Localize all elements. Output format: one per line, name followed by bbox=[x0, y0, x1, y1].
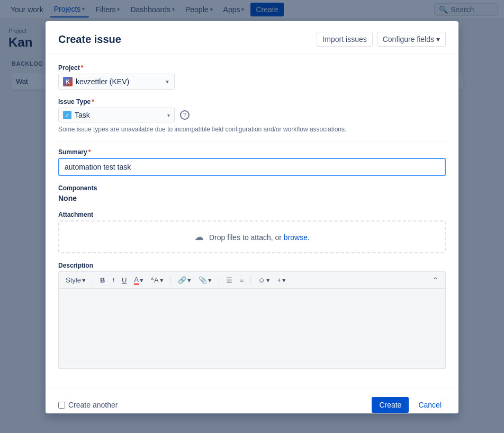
chevron-down-icon: ▾ bbox=[140, 276, 143, 284]
bullet-list-button[interactable]: ☰ bbox=[223, 275, 235, 286]
bullet-list-icon: ☰ bbox=[226, 276, 232, 284]
upload-icon: ☁ bbox=[194, 231, 204, 243]
summary-input[interactable] bbox=[58, 158, 446, 176]
configure-fields-button[interactable]: Configure fields ▾ bbox=[377, 32, 446, 47]
project-name: kevzettler (KEV) bbox=[76, 77, 161, 86]
required-indicator: * bbox=[92, 98, 94, 105]
issue-type-warning: Some issue types are unavailable due to … bbox=[58, 126, 446, 133]
chevron-down-icon: ▾ bbox=[82, 276, 86, 284]
editor-toolbar: Style ▾ B I U A ▾ ᴬA ▾ bbox=[59, 272, 445, 289]
chevron-down-icon: ▾ bbox=[187, 276, 191, 284]
attachment-field-group: Attachment ☁ Drop files to attach, or br… bbox=[58, 211, 446, 253]
summary-field-group: Summary * bbox=[58, 148, 446, 176]
create-issue-modal: Create issue Import issues Configure fie… bbox=[46, 21, 458, 413]
cancel-button[interactable]: Cancel bbox=[414, 397, 446, 413]
toolbar-separator bbox=[170, 276, 171, 285]
modal-footer: Create another Create Cancel bbox=[46, 388, 458, 413]
attachment-dropzone[interactable]: ☁ Drop files to attach, or browse. bbox=[58, 220, 446, 253]
emoji-icon: ☺ bbox=[258, 276, 265, 284]
divider bbox=[58, 142, 446, 142]
link-button[interactable]: 🔗 ▾ bbox=[175, 275, 194, 286]
issue-type-select[interactable]: ✓ Task ▾ bbox=[58, 108, 175, 122]
attachment-button[interactable]: 📎 ▾ bbox=[196, 275, 214, 286]
toolbar-separator bbox=[250, 276, 251, 285]
project-field-group: Project * K kevzettler (KEV) ▼ bbox=[58, 64, 446, 90]
description-editor: Style ▾ B I U A ▾ ᴬA ▾ bbox=[58, 271, 446, 369]
dropdown-arrow-icon: ▼ bbox=[165, 79, 170, 85]
chevron-down-icon: ▾ bbox=[160, 276, 164, 284]
chevron-down-icon: ▾ bbox=[282, 276, 286, 284]
project-select[interactable]: K kevzettler (KEV) ▼ bbox=[58, 74, 175, 90]
components-field-group: Components None bbox=[58, 184, 446, 202]
description-field-group: Description Style ▾ B I U A ▾ bbox=[58, 262, 446, 369]
modal-header-actions: Import issues Configure fields ▾ bbox=[317, 32, 446, 47]
ordered-list-icon: ≡ bbox=[240, 276, 244, 284]
text-color-button[interactable]: A ▾ bbox=[131, 274, 146, 286]
chevron-down-icon: ▾ bbox=[167, 112, 170, 118]
chevron-down-icon: ▾ bbox=[436, 35, 440, 43]
attachment-label: Attachment bbox=[58, 211, 446, 218]
more-button[interactable]: + ▾ bbox=[275, 275, 289, 286]
create-button[interactable]: Create bbox=[372, 397, 409, 413]
required-indicator: * bbox=[88, 148, 91, 156]
link-icon: 🔗 bbox=[178, 276, 186, 284]
toolbar-separator bbox=[219, 276, 219, 285]
toolbar-separator bbox=[93, 276, 93, 285]
issue-type-row: ✓ Task ▾ ? bbox=[58, 108, 446, 122]
project-label: Project * bbox=[58, 64, 446, 72]
task-icon: ✓ bbox=[63, 111, 71, 119]
italic-button[interactable]: I bbox=[110, 275, 117, 286]
chevron-down-icon: ▾ bbox=[208, 276, 212, 284]
style-button[interactable]: Style ▾ bbox=[63, 275, 88, 286]
ordered-list-button[interactable]: ≡ bbox=[237, 275, 247, 286]
collapse-icon: ⌃ bbox=[433, 276, 438, 284]
collapse-button[interactable]: ⌃ bbox=[430, 275, 441, 286]
bold-button[interactable]: B bbox=[97, 275, 107, 286]
issue-type-value: Task bbox=[75, 111, 164, 119]
browse-link[interactable]: browse. bbox=[284, 233, 310, 242]
underline-button[interactable]: U bbox=[119, 275, 129, 286]
issue-type-field-group: Issue Type * ✓ Task ▾ ? Some issue types… bbox=[58, 98, 446, 133]
components-label: Components bbox=[58, 184, 446, 192]
modal-overlay: Create issue Import issues Configure fie… bbox=[0, 0, 504, 433]
create-another-checkbox[interactable] bbox=[58, 402, 65, 409]
required-indicator: * bbox=[81, 64, 84, 72]
description-label: Description bbox=[58, 262, 446, 269]
create-another-label[interactable]: Create another bbox=[68, 401, 118, 409]
attachment-icon: 📎 bbox=[199, 276, 207, 284]
import-issues-button[interactable]: Import issues bbox=[317, 32, 372, 47]
description-content[interactable] bbox=[59, 289, 445, 368]
emoji-button[interactable]: ☺ ▾ bbox=[255, 275, 272, 286]
project-icon: K bbox=[63, 77, 73, 86]
summary-label: Summary * bbox=[58, 148, 446, 156]
text-size-button[interactable]: ᴬA ▾ bbox=[148, 275, 166, 286]
create-another-row: Create another bbox=[58, 401, 118, 409]
modal-title: Create issue bbox=[58, 33, 121, 46]
issue-type-label: Issue Type * bbox=[58, 98, 446, 105]
modal-header: Create issue Import issues Configure fie… bbox=[46, 21, 458, 54]
help-icon[interactable]: ? bbox=[180, 110, 190, 120]
chevron-down-icon: ▾ bbox=[266, 276, 270, 284]
modal-body: Project * K kevzettler (KEV) ▼ Issue Typ… bbox=[46, 54, 458, 388]
components-value: None bbox=[58, 194, 446, 202]
